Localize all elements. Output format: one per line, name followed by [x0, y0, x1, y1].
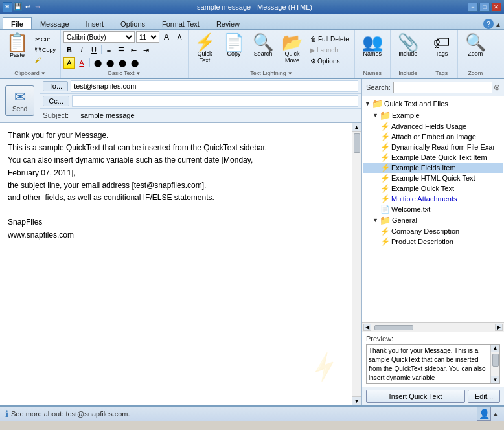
file-tree: ▼ 📁 Quick Text and Files ▼ 📁 Example ⚡ A… [362, 96, 504, 322]
tags-button[interactable]: 🏷 Tags [429, 32, 455, 59]
tab-insert[interactable]: Insert [78, 17, 113, 29]
scroll-up-button[interactable]: ▲ [352, 123, 361, 132]
send-button[interactable]: ✉ Send [5, 85, 34, 116]
scroll-thumb[interactable] [354, 133, 360, 153]
preview-section: Preview: Thank you for your Message. Thi… [362, 332, 504, 387]
email-body[interactable]: Thank you for your Message. This is a sa… [0, 123, 352, 405]
quick-access-save[interactable]: 💾 [14, 2, 22, 11]
increase-font-button[interactable]: A [161, 31, 172, 43]
tree-item-label: Example Fields Item [391, 164, 456, 172]
tree-item-example-date[interactable]: ⚡ Example Date Quick Text Item [363, 152, 503, 163]
quick-access-undo[interactable]: ↩ [23, 2, 32, 11]
include-group: 📎 Include Include [391, 30, 426, 78]
include-label: Include [398, 51, 417, 57]
numbering-button[interactable]: ☰ [115, 44, 127, 56]
font-size-selector[interactable]: 11 [136, 31, 159, 43]
italic-button[interactable]: I [76, 44, 87, 56]
tree-item-example-qt[interactable]: ⚡ Example Quick Text [363, 183, 503, 194]
align-center-button[interactable]: ⬤ [104, 57, 116, 69]
quick-text-button[interactable]: ⚡ QuickText [191, 32, 218, 65]
preview-label: Preview: [366, 335, 500, 343]
font-color-button[interactable]: A [76, 57, 87, 69]
tree-item-general[interactable]: ▼ 📁 General [363, 214, 503, 226]
highlight-button[interactable]: A [63, 57, 75, 69]
cc-button[interactable]: Cc... [43, 96, 69, 106]
tab-review[interactable]: Review [208, 17, 248, 29]
tree-item-dynamic-read[interactable]: ⚡ Dynamically Read from File Exar [363, 142, 503, 152]
tree-item-welcome-txt[interactable]: 📄 Welcome.txt [363, 204, 503, 214]
launch-button[interactable]: ▶ Launch [308, 45, 352, 55]
rtl-button[interactable]: ⬤ [129, 57, 141, 69]
bold-button[interactable]: B [63, 44, 75, 56]
tab-format-text[interactable]: Format Text [154, 17, 208, 29]
include-button[interactable]: 📎 Include [393, 32, 423, 59]
underline-button[interactable]: U [88, 44, 100, 56]
names-button[interactable]: 👥 Names [358, 32, 387, 59]
quick-move-button[interactable]: 📂 QuickMove [279, 32, 306, 65]
tree-item-example-fields[interactable]: ⚡ Example Fields Item [363, 163, 503, 173]
hscroll-thumb[interactable] [374, 325, 413, 330]
options-button[interactable]: ⚙ Options [308, 56, 352, 66]
ribbon-collapse-button[interactable]: ▲ [495, 21, 501, 28]
preview-scroll-up[interactable]: ▲ [491, 345, 499, 352]
status-avatar[interactable]: 👤 [477, 407, 491, 421]
launch-label: Launch [317, 47, 338, 54]
hscroll-left-button[interactable]: ◀ [363, 324, 371, 331]
maximize-button[interactable]: □ [479, 3, 490, 12]
to-button[interactable]: To... [43, 81, 68, 91]
increase-indent-button[interactable]: ⇥ [140, 44, 152, 56]
tree-item-example[interactable]: ▼ 📁 Example [363, 109, 503, 121]
cc-input[interactable] [72, 95, 358, 107]
tree-item-company-desc[interactable]: ⚡ Company Description [363, 226, 503, 236]
tree-item-multiple-attach[interactable]: ⚡ Multiple Attachments [363, 194, 503, 204]
ribbon: 📋 Paste ✂ Cut ⿻ Copy 🖌 Clipboard ▼ Calib… [0, 30, 504, 79]
names-group-label: Names [355, 69, 390, 76]
search-tl-button[interactable]: 🔍 Search [249, 32, 277, 59]
tab-options[interactable]: Options [112, 17, 154, 29]
tab-file[interactable]: File [3, 17, 32, 29]
search-clear-icon[interactable]: ⊗ [494, 83, 500, 92]
decrease-indent-button[interactable]: ⇤ [128, 44, 139, 56]
tree-item-adv-fields[interactable]: ⚡ Advanced Fields Usage [363, 121, 503, 131]
paste-button[interactable]: 📋 Paste [3, 32, 32, 60]
tab-message[interactable]: Message [32, 17, 78, 29]
clipboard-group-label: Clipboard ▼ [0, 69, 60, 76]
full-delete-button[interactable]: 🗑 Full Delete [308, 34, 352, 44]
minimize-button[interactable]: − [468, 3, 478, 12]
tree-item-example-html[interactable]: ⚡ Example HTML Quick Text [363, 173, 503, 183]
tree-item-attach-embed[interactable]: ⚡ Attach or Embed an Image [363, 131, 503, 142]
tree-item-product-desc[interactable]: ⚡ Product Description [363, 236, 503, 247]
zoom-button[interactable]: 🔍 Zoom [461, 32, 490, 59]
scroll-down-button[interactable]: ▼ [352, 396, 361, 405]
to-input[interactable] [71, 80, 358, 92]
close-button[interactable]: ✕ [491, 3, 501, 12]
tree-item-qt-files[interactable]: ▼ 📁 Quick Text and Files [363, 98, 503, 109]
tree-hscroll[interactable]: ◀ ▶ [362, 322, 504, 332]
edit-button[interactable]: Edit... [468, 390, 500, 403]
preview-scroll-thumb[interactable] [492, 354, 499, 367]
decrease-font-button[interactable]: A [174, 31, 185, 43]
tree-item-label: Dynamically Read from File Exar [391, 143, 495, 151]
preview-scroll-down[interactable]: ▼ [491, 376, 499, 383]
tags-label: Tags [435, 51, 448, 57]
format-painter-button[interactable]: 🖌 [33, 55, 58, 65]
search-input[interactable] [393, 82, 492, 93]
copy-button[interactable]: ⿻ Copy [33, 45, 58, 54]
copy-tl-button[interactable]: 📄 Copy [220, 32, 247, 59]
quick-text-file-icon: ⚡ [380, 132, 390, 141]
search-tl-icon: 🔍 [253, 34, 273, 51]
align-left-button[interactable]: ⬤ [92, 57, 104, 69]
status-scroll-up[interactable]: ▲ [492, 411, 499, 418]
tree-item-label: Multiple Attachments [391, 195, 457, 203]
align-right-button[interactable]: ⬤ [117, 57, 128, 69]
insert-quick-text-button[interactable]: Insert Quick Text [366, 390, 465, 403]
cut-button[interactable]: ✂ Cut [33, 34, 58, 44]
quick-access-redo[interactable]: ↪ [33, 2, 41, 11]
subject-input[interactable] [78, 110, 358, 120]
status-message: See more about: test@snapfiles.com. [11, 410, 130, 418]
font-selector[interactable]: Calibri (Body) [63, 31, 135, 43]
bullets-button[interactable]: ≡ [103, 44, 115, 56]
tree-item-label: Welcome.txt [391, 205, 430, 213]
hscroll-right-button[interactable]: ▶ [495, 324, 503, 331]
help-button[interactable]: ? [483, 19, 494, 29]
